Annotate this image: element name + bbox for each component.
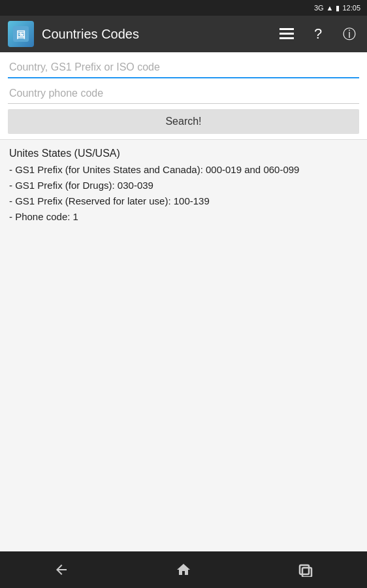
app-bar: 国 Countries Codes ? ⓘ [0, 16, 367, 52]
svg-rect-4 [279, 37, 294, 39]
result-detail-item: - GS1 Prefix (for Drugs): 030-039 [9, 178, 358, 193]
result-country-name: Unites States (US/USA) [9, 148, 358, 159]
svg-text:国: 国 [16, 29, 25, 40]
svg-rect-6 [302, 568, 311, 577]
app-bar-actions: ? ⓘ [277, 24, 359, 44]
svg-rect-5 [300, 565, 309, 574]
clock: 12:05 [342, 4, 360, 12]
home-button[interactable] [164, 557, 203, 583]
signal-icon: ▲ [327, 4, 334, 12]
status-icons: 3G ▲ ▮ 12:05 [314, 4, 360, 12]
svg-rect-3 [279, 33, 294, 35]
result-details: - GS1 Prefix (for Unites States and Cana… [9, 162, 358, 225]
results-area: Unites States (US/USA) - GS1 Prefix (for… [0, 140, 367, 551]
app-icon: 国 [8, 21, 34, 47]
recents-button[interactable] [286, 557, 325, 583]
result-detail-item: - Phone code: 1 [9, 209, 358, 225]
status-bar: 3G ▲ ▮ 12:05 [0, 0, 367, 16]
result-detail-item: - GS1 Prefix (Reserved for later use): 1… [9, 193, 358, 209]
battery-icon: ▮ [336, 4, 340, 12]
menu-button[interactable] [277, 24, 296, 44]
back-button[interactable] [42, 557, 81, 583]
nav-bar [0, 551, 367, 588]
search-area: Search! [0, 52, 367, 140]
main-content: Search! Unites States (US/USA) - GS1 Pre… [0, 52, 367, 551]
result-detail-item: - GS1 Prefix (for Unites States and Cana… [9, 162, 358, 178]
phone-search-wrapper [8, 84, 359, 104]
country-search-input[interactable] [8, 57, 359, 77]
search-button[interactable]: Search! [8, 109, 359, 134]
phone-search-input[interactable] [8, 84, 359, 103]
info-button[interactable]: ⓘ [340, 24, 359, 44]
app-title: Countries Codes [42, 27, 277, 42]
help-button[interactable]: ? [308, 24, 328, 44]
network-indicator: 3G [314, 4, 324, 12]
country-search-wrapper [8, 57, 359, 78]
svg-rect-2 [279, 28, 294, 30]
